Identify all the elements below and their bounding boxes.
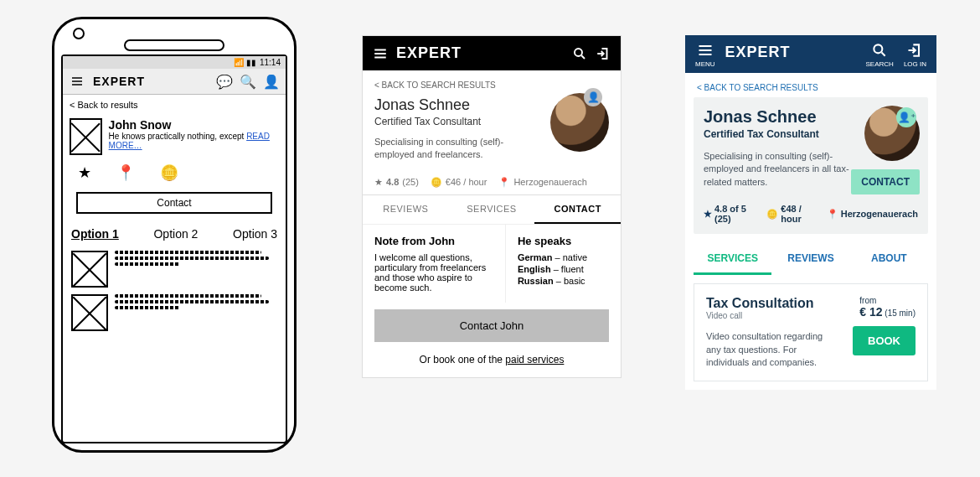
note-heading: Note from John xyxy=(374,235,493,247)
chat-icon[interactable]: 💬 xyxy=(217,74,232,89)
star-icon: ★ xyxy=(704,209,712,220)
profile-bio: Specialising in consulting (self)-employ… xyxy=(374,136,525,162)
star-icon: ★ xyxy=(78,163,91,182)
or-book-text: Or book one of the paid services xyxy=(363,349,621,377)
list-item[interactable] xyxy=(71,251,277,288)
stat-glyph-row: ★ 📍 🪙 xyxy=(70,155,279,187)
note-body: I welcome all questions, particulary fro… xyxy=(374,252,493,293)
tab-option-2[interactable]: Option 2 xyxy=(153,227,198,241)
coins-icon: 🪙 xyxy=(766,209,778,220)
menu-icon[interactable] xyxy=(70,74,85,89)
language-item: German – native xyxy=(518,252,609,262)
contact-button[interactable]: Contact xyxy=(76,192,272,214)
profile-name: John Snow xyxy=(109,118,279,132)
tab-services[interactable]: SERVICES xyxy=(449,195,535,224)
tab-reviews[interactable]: REVIEWS xyxy=(771,244,849,275)
search-label: SEARCH xyxy=(866,60,894,68)
avatar-placeholder xyxy=(70,118,102,155)
phone-speaker xyxy=(124,39,224,51)
brand-label: EXPERT xyxy=(396,44,564,62)
login-button[interactable]: LOG IN xyxy=(904,42,926,68)
brand-label: EXPERT xyxy=(725,42,856,61)
coins-icon: 🪙 xyxy=(160,163,178,182)
rating-stat: ★4.8(25) xyxy=(374,177,419,188)
brand-label: EXPERT xyxy=(93,75,209,88)
rate-stat: 🪙€48 / hour xyxy=(766,204,816,224)
languages-heading: He speaks xyxy=(518,235,609,247)
svg-point-1 xyxy=(874,44,883,53)
text-placeholder xyxy=(115,251,277,266)
location-stat: 📍Herzogenauerach xyxy=(827,209,918,220)
profile-card: Jonas Schnee Certified Tax Consultant Sp… xyxy=(694,97,928,234)
pb-header: EXPERT xyxy=(363,36,621,70)
avatar: 👤 xyxy=(550,93,609,152)
tab-contact[interactable]: CONTACT xyxy=(534,195,621,224)
back-link[interactable]: < BACK TO SEARCH RESULTS xyxy=(685,73,936,97)
tab-about[interactable]: ABOUT xyxy=(850,244,928,275)
profile-section: Jonas Schnee Certified Tax Consultant Sp… xyxy=(363,93,621,170)
wireframe-screen: 📶 ▮▮11:14 EXPERT 💬 🔍 👤 < Back to results… xyxy=(61,54,287,443)
pc-header: MENU EXPERT SEARCH LOG IN xyxy=(685,35,936,73)
wf-tabs: Option 1 Option 2 Option 3 xyxy=(63,219,286,244)
rate-stat: 🪙€46 / hour xyxy=(431,177,487,188)
location-stat: 📍Herzogenauerach xyxy=(498,177,586,188)
profile-bio: Specialising in consulting (self)-employ… xyxy=(704,150,854,189)
note-block: Note from John I welcome all questions, … xyxy=(363,225,505,303)
pin-icon: 📍 xyxy=(827,209,838,220)
search-icon[interactable]: 🔍 xyxy=(240,74,255,89)
back-link[interactable]: < Back to results xyxy=(63,95,286,115)
menu-label: MENU xyxy=(695,60,715,68)
tab-reviews[interactable]: REVIEWS xyxy=(363,195,449,224)
wireframe-phone: 📶 ▮▮11:14 EXPERT 💬 🔍 👤 < Back to results… xyxy=(52,17,297,453)
coins-icon: 🪙 xyxy=(431,177,442,188)
contact-button[interactable]: Contact John xyxy=(374,309,609,342)
tab-option-3[interactable]: Option 3 xyxy=(233,227,277,241)
add-contact-icon[interactable]: 👤 xyxy=(584,88,602,106)
svg-point-0 xyxy=(575,49,582,56)
languages-block: He speaks German – native English – flue… xyxy=(505,225,621,303)
thumb-placeholder xyxy=(71,251,108,288)
menu-button[interactable]: MENU xyxy=(695,42,715,68)
add-contact-icon[interactable]: 👤⁺ xyxy=(896,107,916,127)
service-card: Tax Consultation Video call Video consul… xyxy=(694,283,928,381)
mockup-dark: EXPERT < BACK TO SEARCH RESULTS Jonas Sc… xyxy=(362,35,622,378)
language-item: English – fluent xyxy=(518,264,609,274)
language-item: Russian – basic xyxy=(518,276,609,286)
rating-stat: ★4.8 of 5 (25) xyxy=(704,204,756,224)
login-icon[interactable] xyxy=(596,46,611,61)
pb-tabs: REVIEWS SERVICES CONTACT xyxy=(363,194,621,224)
text-placeholder xyxy=(115,294,277,309)
avatar: 👤⁺ xyxy=(864,106,920,161)
thumb-placeholder xyxy=(71,294,108,331)
book-button[interactable]: BOOK xyxy=(853,326,916,355)
user-icon[interactable]: 👤 xyxy=(264,74,279,89)
wf-header: EXPERT 💬 🔍 👤 xyxy=(63,69,286,95)
stats-row: ★4.8(25) 🪙€46 / hour 📍Herzogenauerach xyxy=(363,170,621,194)
pin-icon: 📍 xyxy=(498,177,510,188)
menu-icon[interactable] xyxy=(373,46,388,61)
profile-card: John Snow He knows practically nothing, … xyxy=(70,118,279,214)
status-time: 11:14 xyxy=(260,58,281,67)
contact-button[interactable]: CONTACT xyxy=(851,169,920,194)
pc-tabs: SERVICES REVIEWS ABOUT xyxy=(694,244,928,275)
tab-services[interactable]: SERVICES xyxy=(694,244,771,275)
back-link[interactable]: < BACK TO SEARCH RESULTS xyxy=(363,70,621,93)
search-button[interactable]: SEARCH xyxy=(866,42,894,68)
pin-icon: 📍 xyxy=(116,163,135,182)
search-icon[interactable] xyxy=(572,46,587,61)
login-label: LOG IN xyxy=(904,60,926,68)
status-bar: 📶 ▮▮11:14 xyxy=(63,56,286,69)
star-icon: ★ xyxy=(374,177,383,188)
contact-panel: Note from John I welcome all questions, … xyxy=(363,224,621,303)
service-price: from € 12 (15 min) xyxy=(859,296,916,319)
mockup-blue: MENU EXPERT SEARCH LOG IN < BACK TO SEAR… xyxy=(685,35,936,390)
service-desc: Video consultation regarding any tax que… xyxy=(706,330,840,369)
paid-services-link[interactable]: paid services xyxy=(505,354,564,366)
tab-option-1[interactable]: Option 1 xyxy=(71,227,119,241)
profile-desc: He knows practically nothing, except REA… xyxy=(109,132,279,150)
list-item[interactable] xyxy=(71,294,277,331)
